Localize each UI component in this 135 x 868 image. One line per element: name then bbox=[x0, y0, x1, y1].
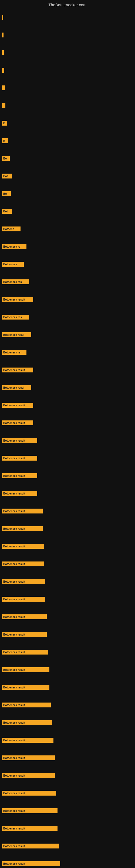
bar-row: Bottleneck result bbox=[2, 720, 52, 725]
bar-label: Bo bbox=[3, 157, 7, 160]
bar: Bottleneck result bbox=[2, 403, 33, 408]
bar-row bbox=[2, 103, 5, 108]
bar-row: Bottleneck result bbox=[2, 368, 33, 372]
bar: Bottleneck result bbox=[2, 791, 56, 796]
bar: Bottleneck re bbox=[2, 350, 27, 355]
bar-label: Bot bbox=[3, 210, 8, 213]
bar-label: Bottleneck result bbox=[3, 686, 25, 689]
bar: Bottleneck result bbox=[2, 421, 33, 425]
bar-label: Bottleneck result bbox=[3, 792, 25, 795]
bar-row: Bo bbox=[2, 156, 10, 161]
bar-row: Bottleneck result bbox=[2, 861, 60, 866]
bar-row: B bbox=[2, 138, 8, 143]
bar-row bbox=[2, 15, 3, 20]
bar: Bottleneck result bbox=[2, 579, 45, 584]
bar-row: Bottleneck result bbox=[2, 491, 37, 496]
bar-label: Bo bbox=[3, 192, 7, 195]
bar: Bottleneck result bbox=[2, 491, 37, 496]
bar: Bottleneck result bbox=[2, 650, 48, 654]
bar: Bo bbox=[2, 156, 10, 161]
bar-row: Bottleneck result bbox=[2, 456, 37, 461]
bar: B bbox=[2, 121, 7, 126]
bar-label: Bottleneck result bbox=[3, 298, 25, 301]
bar-row: Bottleneck result bbox=[2, 508, 43, 514]
bar: Bot bbox=[2, 209, 12, 214]
bar-row: Bottleneck result bbox=[2, 421, 33, 425]
bar-row: Bot bbox=[2, 174, 12, 179]
bar-row bbox=[2, 86, 5, 90]
bar-row: Bottleneck result bbox=[2, 738, 53, 743]
bar-row: Bottleneck result bbox=[2, 826, 57, 831]
bar: Bottlene bbox=[2, 226, 20, 231]
bar bbox=[2, 68, 4, 73]
bar-row: Bottleneck result bbox=[2, 703, 51, 707]
bar: Bottleneck result bbox=[2, 703, 51, 707]
bar-label: Bottleneck result bbox=[3, 527, 25, 530]
bar-label: Bottleneck result bbox=[3, 545, 25, 548]
bar-label: Bottleneck result bbox=[3, 563, 25, 565]
bar-label: Bottleneck result bbox=[3, 827, 25, 830]
site-title: TheBottlenecker.com bbox=[0, 0, 135, 8]
bar-row: Bottleneck res bbox=[2, 315, 29, 319]
bar-label: Bottleneck result bbox=[3, 598, 25, 601]
bar: Bottleneck result bbox=[2, 473, 37, 478]
chart-area: TheBottlenecker.com BBBoBotBoBotBottlene… bbox=[0, 0, 135, 868]
bar-row: Bottleneck result bbox=[2, 650, 48, 654]
bar-row: Bottleneck result bbox=[2, 561, 44, 566]
bar-label: Bottleneck result bbox=[3, 580, 25, 583]
bar-label: Bottleneck result bbox=[3, 457, 25, 460]
bar-label: Bottlene bbox=[3, 227, 14, 230]
bar: Bottleneck result bbox=[2, 773, 55, 778]
bar bbox=[2, 15, 3, 20]
bar-row: Bottleneck result bbox=[2, 544, 44, 549]
bar-label: Bottleneck re bbox=[3, 351, 20, 354]
bar-row bbox=[2, 33, 3, 37]
bar bbox=[2, 33, 3, 37]
bar-row: Bottleneck result bbox=[2, 667, 49, 672]
bar: Bottleneck result bbox=[2, 368, 33, 372]
bar-label: Bottleneck result bbox=[3, 845, 25, 848]
bar-label: Bottleneck result bbox=[3, 669, 25, 671]
bar-label: Bottleneck result bbox=[3, 369, 25, 372]
bar bbox=[2, 103, 5, 108]
bar: Bottleneck resul bbox=[2, 385, 31, 390]
bar-row: Bot bbox=[2, 209, 12, 214]
bar-row: Bottleneck result bbox=[2, 438, 37, 443]
bar-label: Bottleneck res bbox=[3, 316, 22, 319]
bar-row: Bottleneck result bbox=[2, 755, 55, 760]
bar: Bottleneck result bbox=[2, 826, 57, 831]
bar-label: Bottleneck result bbox=[3, 439, 25, 442]
bar: Bottleneck result bbox=[2, 720, 52, 725]
bar-label: Bottleneck result bbox=[3, 404, 25, 407]
bar-row: Bottleneck result bbox=[2, 579, 45, 584]
bar-label: B bbox=[3, 140, 5, 143]
bar-row: Bottleneck re bbox=[2, 244, 27, 249]
bar-label: Bottleneck result bbox=[3, 616, 25, 618]
bar-row: Bottleneck resul bbox=[2, 385, 31, 390]
bar-row: Bottleneck res bbox=[2, 279, 29, 284]
bar-label: Bottleneck result bbox=[3, 474, 25, 477]
bar: Bottleneck result bbox=[2, 614, 47, 619]
bar: Bottleneck result bbox=[2, 597, 45, 601]
bar-label: Bottleneck result bbox=[3, 492, 25, 495]
bar: Bo bbox=[2, 191, 11, 196]
bar: Bottleneck result bbox=[2, 861, 60, 866]
bar: Bottleneck result bbox=[2, 632, 47, 637]
bar: Bottleneck result bbox=[2, 508, 43, 514]
bar bbox=[2, 50, 4, 55]
bar: Bottleneck result bbox=[2, 808, 57, 813]
bar-row: Bottleneck result bbox=[2, 403, 33, 408]
bar-label: Bottleneck result bbox=[3, 862, 25, 865]
bar: Bottleneck result bbox=[2, 844, 59, 848]
bar-label: Bottleneck result bbox=[3, 774, 25, 777]
bar-label: Bottleneck result bbox=[3, 704, 25, 707]
bar-label: Bottleneck result bbox=[3, 721, 25, 724]
bar: Bottleneck result bbox=[2, 526, 43, 531]
bar-label: Bottleneck result bbox=[3, 756, 25, 760]
bar-row: Bottleneck result bbox=[2, 808, 57, 813]
bar-row: Bottleneck resul bbox=[2, 332, 31, 337]
bar: Bottleneck result bbox=[2, 561, 44, 566]
bar: Bottleneck resul bbox=[2, 332, 31, 337]
bar: Bot bbox=[2, 174, 12, 179]
bar: Bottleneck res bbox=[2, 279, 29, 284]
